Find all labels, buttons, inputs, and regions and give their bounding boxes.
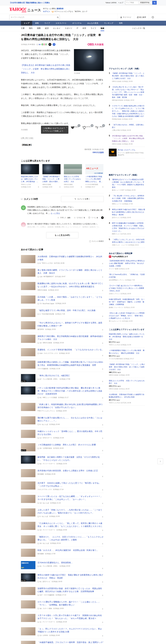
article-list-item[interactable]: 「30歳差不倫疑惑」プロゴルファー都玲華 別居中密会・路上“股間タッチ”に専門家… [21,639,104,644]
subnav-item[interactable]: IT [76,26,82,31]
paid-article-item[interactable]: 【自民党税調の研究】武器は3000もの要望をまとめた通称“電話帳” 政界を牛耳る… [109,258,145,272]
article-card[interactable]: 特急列車が衝突したのは「線路上を走っていた車」JR日豊本線 警察が誤侵入の経緯調… [21,164,39,188]
comment-count[interactable]: 12 [38,437,42,439]
comment-count[interactable]: 23 [38,634,42,636]
share-x-icon[interactable]: X [102,397,103,399]
commenter-avatar[interactable]: ☺ [21,222,26,227]
share-x-icon[interactable]: X [102,608,103,610]
share-x-icon[interactable]: X [102,424,103,426]
article-source[interactable]: OBS大分放送 [38,289,47,291]
comment-count-link[interactable]: 34 [36,44,40,46]
share-x-icon[interactable]: X [102,476,103,478]
tooltip-close-icon[interactable]: × [66,126,67,129]
share-x-icon[interactable]: X [102,368,103,370]
share-facebook-button[interactable]: f [53,43,55,46]
share-x-icon[interactable]: X [101,216,104,219]
article-title-link[interactable]: 自動車通行禁止の踏切に入って脱輪 回送列車が急ブレーキかけるも300m先で停止 … [38,360,104,366]
comment-count[interactable]: 35 [38,447,42,449]
article-link[interactable]: 【空から撮った鉄道】中央線のオレンジ帯電車が山また山の「青梅線」を行く “貨物で… [109,312,145,320]
ranking-item[interactable]: 「頭下げ続けるのか」仲間氏、立憲代表に怒り 八重山日報 11/28(金) 18:… [109,122,145,133]
article-title-link[interactable]: パチンコ店の駐車場で80代女性運転の車が暴走 柵を突き破り木々に衝突、車体はフロ… [38,386,104,396]
article-title-link[interactable]: ２月ＴＢＳ退社→３月に第４子出産の３９歳アナ 実業家の夫の妹は有名女子アナだった… [38,614,104,620]
settings-button[interactable] [149,14,157,21]
article-title-link[interactable]: 飛行機でお菓子の袋を開けたら…… 分かる人には分かる中身に「コレは確かにアカン…… [38,416,104,422]
subnav-item[interactable]: 国際 [37,26,45,31]
article-source[interactable]: 九州朝日放送 [43,447,52,450]
article-list-item[interactable]: 長瀬智也 インスタで“意味深”連続投稿 「どうなるのかもわかっている」 434 … [21,346,104,358]
article-title-link[interactable]: 「亡き麻央さんにそっくりに」「美しく育って」初耳学に團十郎の１４歳長女 ネット成… [38,522,104,528]
article-list-item[interactable]: 「猛烈な速度でワゴン車が突進」済州・牛島で3人死亡、10人負傷 2 中央日報日本… [21,307,104,319]
back-to-top-button[interactable]: ↑ [157,458,163,464]
share-x-icon[interactable]: X [59,186,60,188]
article-card[interactable]: 国道上にいた大学生 大型トラックにはねられ死亡 大分 OBS大分放送 11/22… [64,164,82,188]
article-link[interactable]: 【速報】JR日豊本線で特急「ソニック」と車が衝突 遅れや運休が発生 誤って侵入し… [109,363,145,371]
ranking-item-link[interactable]: “爆発的な広がり”インフル感染拡大の背景に変異株「みんな免疫を持っていない」手洗… [112,178,145,189]
ranking-item[interactable]: 【速報】JR日豊本線で特急「ソニック」と車が衝突 遅れや運休が発生 誤って侵入し… [109,70,145,84]
share-x-icon[interactable]: X [102,502,103,504]
share-x-icon[interactable]: X [102,594,103,596]
comment-count[interactable]: 2 [38,313,41,315]
article-source[interactable]: LASISA [43,634,48,636]
ranking-item[interactable]: 【九州も雪か?】今シーズン初の「雪の予想」12月になると一気に“冬モード”「雪は… [109,84,145,103]
comment-count[interactable]: 91 [38,396,42,398]
article-link[interactable]: ＪＲ暘谷駅構内で特急ソニックと車が衝突 乗客にけがなし 運転手は病院搬送 大分 [109,349,145,354]
commenter-avatar[interactable]: ☺ [21,205,26,210]
article-title-link[interactable]: 「散財きた!!」 ユニクロ、次回コラボのヒントに……「もうユニクロしか着ないわ」… [38,535,104,541]
article-list-item[interactable]: 特急「かささぎ」、JR九州が減便方針 佐賀県は反発「約束が違う」 朝日新聞 11… [21,547,104,559]
comment-count[interactable]: 81 [38,565,42,567]
share-x-icon[interactable]: X [102,529,103,531]
article-title-link[interactable]: ＪＲ日豊線踏切で人身事故 男性１人が死亡 約４０００人に影響 [38,443,104,446]
ranking-item[interactable]: スガモプリズン最後の処刑は降らす雨の日に「すべては終わりました」「とうとう駄目で… [109,103,145,122]
article-title-link[interactable]: 車同士の衝突で4歳の女の子死亡 母親が運転する軽乗用車から車外に投げ出されたか … [38,574,104,580]
comment-count[interactable]: 6 [38,424,41,426]
article-source[interactable]: 週刊SPA! [38,328,44,330]
article-photo[interactable] [74,49,104,71]
share-x-icon[interactable]: X [102,262,103,264]
article-source[interactable]: 中央日報日本語版 [42,313,54,315]
help-link[interactable]: ヘルプ [118,2,123,4]
article-source[interactable]: デイリースポーツ [43,463,55,465]
article-title-link[interactable]: 酒気帯びで蛇行運転、県立学校職員の68歳女を現行犯逮捕 基準値4倍超のアルコール… [38,335,104,341]
comment-count[interactable]: 5 [38,516,41,518]
reacted-article-item[interactable]: 【速報】JR日豊本線で特急「ソニック」と車が衝突 遅れや運休が発生 誤って侵入し… [109,362,145,378]
article-title-link[interactable]: スーパーで買ったイカ→包丁を入れた瞬間……「ギョギョギョーーー！」 ヤバすぎる中… [38,495,104,501]
card-title-link[interactable]: 特急列車が衝突したのは「線路上を走っていた車」JR日豊本線 警察が誤侵入の経緯調… [21,175,39,183]
share-x-icon[interactable]: X [102,621,103,623]
article-title-link[interactable]: 特急「かささぎ」、JR九州が減便方針 佐賀県は反発「約束が違う」 [38,549,104,552]
reaction-learn-button[interactable]: 9 学びがある [71,126,78,128]
article-source[interactable]: 朝日新聞 [38,473,44,475]
share-x-icon[interactable]: X [102,380,103,382]
article-title-link[interactable]: 車と電車が衝突の瞬間、ドライブレコーダーが撮影 踏切に車がゆっくり進入 兵庫・加… [38,268,104,274]
article-link[interactable]: 84歳の原田会長、64歳佐藤副会長「自民」を一括一掃？ 創価学会の「高齢化」と公… [109,298,145,306]
subnav-item[interactable]: 主要 [21,26,29,31]
comment-more-link[interactable]: もっと見る [51,212,60,214]
article-title-link[interactable]: 「約束と違う」特急列車減便に県がJR九州に反発 西九州新幹線開業に伴う並行在来線… [38,403,104,409]
article-list-item[interactable]: 「散財きた!!」 ユニクロ、次回コラボのヒントに……「もうユニクロしか着ないわ」… [21,533,104,547]
article-title-link[interactable]: 「30歳差不倫疑惑」プロゴルファー都玲華 別居中密会・路上“股間タッチ”に専門家… [38,641,104,644]
article-list-item[interactable]: 大分県内初 日豊本線の宇佐駅と小倉駅間で自動運転列車導入へ JR九州が発表 8 … [21,253,104,266]
nav-tab[interactable]: エキスパート [53,21,69,26]
article-source[interactable]: テレビ朝日系（ANN） [43,565,58,567]
article-card[interactable]: ABニュース OAB 大分朝日放送 ＪＲ暘谷駅構内で特急ソニックと車が衝突 乗客… [85,164,103,188]
comment-count[interactable]: 36 [38,608,42,610]
video-ranking-item[interactable]: “爆発的な広がり”インフル感染拡大の背景に変異株「みんな免疫を持っていない」手洗… [109,177,145,193]
ranking-item-link[interactable]: 【速報】JR日豊本線で特急「ソニック」と車が衝突 遅れや運休が発生 誤って侵入し… [112,72,145,80]
comment-count[interactable]: 8 [38,262,41,264]
comment-count[interactable]: 16 [38,342,42,344]
article-list-item[interactable]: 芸能NEWS 歌手 元TOKIOの長瀬智也さん、意味深投稿… 81 テレビ朝日系… [21,559,104,571]
share-x-icon[interactable]: X [102,450,103,452]
article-list-item[interactable]: 飛行機でお菓子の袋を開けたら…… 分かる人には分かる中身に「コレは確かにアカン…… [21,414,104,428]
article-source[interactable]: 神戸新聞NEXT [43,276,54,278]
article-link[interactable]: “億り人”kenmo氏が語る、「2倍株の会」で話題の化学株 [109,273,145,278]
nav-tab[interactable]: みんなの意見 [85,21,101,26]
comment-count[interactable]: 10 [38,529,42,531]
purchase-history-link[interactable]: 購入履歴 [134,14,149,21]
subnav-item[interactable]: 科学 [82,26,91,31]
share-x-icon[interactable]: X [102,437,103,439]
article-list-item[interactable]: 飲酒運転の車に追突され海に転落、3人の子どもを失った母「胸の中で亡くなった息子…… [21,280,104,294]
subnav-item[interactable]: 地域 [101,26,109,31]
article-list-item[interactable]: 上京した息子「米無くなりそう」→九州の母が送ったのは……「こーゆうのがいちばん嬉… [21,506,104,520]
article-title-link[interactable]: 高市首相が代表の政党支部、企業から上限超える寄付 公表後に訂正 [38,469,104,472]
article-title-link[interactable]: 爆笑問題 自己最長１時間５７分漫才披露 太田光「そろそろ限界が近い」「やるんじゃ… [38,456,104,462]
article-source[interactable]: 朝日新聞 [38,553,44,555]
